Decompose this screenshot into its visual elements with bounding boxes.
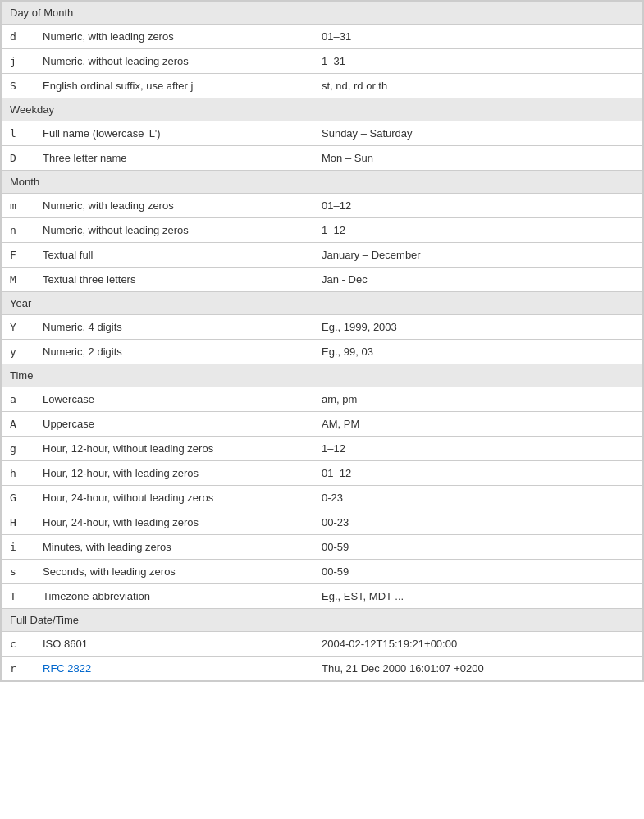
table-row: hHour, 12-hour, with leading zeros01–12 — [2, 461, 643, 486]
format-description: RFC 2822 — [34, 657, 313, 681]
format-example: am, pm — [313, 387, 643, 412]
format-description: Textual three letters — [34, 268, 313, 292]
table-row: AUppercaseAM, PM — [2, 412, 643, 437]
table-row: DThree letter nameMon – Sun — [2, 146, 643, 171]
format-example: 00-23 — [313, 510, 643, 535]
format-description: Hour, 24-hour, without leading zeros — [34, 486, 313, 510]
table-row: GHour, 24-hour, without leading zeros0-2… — [2, 486, 643, 510]
table-row: mNumeric, with leading zeros01–12 — [2, 194, 643, 218]
table-row: YNumeric, 4 digitsEg., 1999, 2003 — [2, 315, 643, 340]
format-description: Minutes, with leading zeros — [34, 535, 313, 560]
format-description: Lowercase — [34, 387, 313, 412]
format-code: a — [2, 387, 34, 412]
format-description: Hour, 12-hour, with leading zeros — [34, 461, 313, 486]
format-code: r — [2, 657, 34, 681]
table-row: yNumeric, 2 digitsEg., 99, 03 — [2, 340, 643, 364]
format-code: T — [2, 584, 34, 609]
format-example: 0-23 — [313, 486, 643, 510]
format-description: Textual full — [34, 243, 313, 268]
format-code: M — [2, 268, 34, 292]
section-header: Time — [2, 364, 643, 387]
format-example: 01–12 — [313, 461, 643, 486]
format-code: s — [2, 560, 34, 584]
format-description: Numeric, without leading zeros — [34, 49, 313, 74]
table-row: sSeconds, with leading zeros00-59 — [2, 560, 643, 584]
format-example: Eg., EST, MDT ... — [313, 584, 643, 609]
format-description: Full name (lowercase 'L') — [34, 121, 313, 146]
format-description: ISO 8601 — [34, 632, 313, 657]
table-row: HHour, 24-hour, with leading zeros00-23 — [2, 510, 643, 535]
format-description: Timezone abbreviation — [34, 584, 313, 609]
format-example: 01–31 — [313, 25, 643, 49]
format-example: st, nd, rd or th — [313, 74, 643, 98]
table-row: aLowercaseam, pm — [2, 387, 643, 412]
table-row: iMinutes, with leading zeros00-59 — [2, 535, 643, 560]
format-code: H — [2, 510, 34, 535]
format-example: 2004-02-12T15:19:21+00:00 — [313, 632, 643, 657]
section-header-label: Year — [2, 292, 643, 315]
table-row: gHour, 12-hour, without leading zeros1–1… — [2, 437, 643, 461]
format-code: F — [2, 243, 34, 268]
table-row: nNumeric, without leading zeros1–12 — [2, 218, 643, 243]
section-header: Year — [2, 292, 643, 315]
format-description: Three letter name — [34, 146, 313, 171]
format-description: Numeric, without leading zeros — [34, 218, 313, 243]
format-code: G — [2, 486, 34, 510]
format-example: Sunday – Saturday — [313, 121, 643, 146]
format-code: m — [2, 194, 34, 218]
section-header: Full Date/Time — [2, 609, 643, 632]
format-description: Numeric, with leading zeros — [34, 194, 313, 218]
format-example: January – December — [313, 243, 643, 268]
format-example: Eg., 99, 03 — [313, 340, 643, 364]
table-row: rRFC 2822Thu, 21 Dec 2000 16:01:07 +0200 — [2, 657, 643, 681]
format-code: c — [2, 632, 34, 657]
format-code: h — [2, 461, 34, 486]
section-header: Weekday — [2, 98, 643, 121]
table-row: dNumeric, with leading zeros01–31 — [2, 25, 643, 49]
table-row: FTextual fullJanuary – December — [2, 243, 643, 268]
format-code: g — [2, 437, 34, 461]
format-example: Eg., 1999, 2003 — [313, 315, 643, 340]
section-header-label: Full Date/Time — [2, 609, 643, 632]
format-description: Numeric, with leading zeros — [34, 25, 313, 49]
format-example: 00-59 — [313, 535, 643, 560]
format-code: S — [2, 74, 34, 98]
format-code: d — [2, 25, 34, 49]
format-example: 1–12 — [313, 218, 643, 243]
format-description: Seconds, with leading zeros — [34, 560, 313, 584]
section-header-label: Day of Month — [2, 2, 643, 25]
table-row: lFull name (lowercase 'L')Sunday – Satur… — [2, 121, 643, 146]
section-header: Day of Month — [2, 2, 643, 25]
section-header: Month — [2, 171, 643, 194]
rfc-link[interactable]: RFC 2822 — [43, 662, 91, 675]
format-example: 00-59 — [313, 560, 643, 584]
table-row: cISO 86012004-02-12T15:19:21+00:00 — [2, 632, 643, 657]
format-description: Hour, 24-hour, with leading zeros — [34, 510, 313, 535]
format-example: Thu, 21 Dec 2000 16:01:07 +0200 — [313, 657, 643, 681]
format-code: l — [2, 121, 34, 146]
format-example: Mon – Sun — [313, 146, 643, 171]
format-example: AM, PM — [313, 412, 643, 437]
format-example: 1–31 — [313, 49, 643, 74]
table-row: MTextual three lettersJan - Dec — [2, 268, 643, 292]
format-description: Numeric, 2 digits — [34, 340, 313, 364]
format-description: Numeric, 4 digits — [34, 315, 313, 340]
table-row: TTimezone abbreviationEg., EST, MDT ... — [2, 584, 643, 609]
format-code: n — [2, 218, 34, 243]
section-header-label: Month — [2, 171, 643, 194]
format-description: English ordinal suffix, use after j — [34, 74, 313, 98]
date-format-reference-table: Day of MonthdNumeric, with leading zeros… — [0, 0, 644, 682]
section-header-label: Weekday — [2, 98, 643, 121]
format-code: y — [2, 340, 34, 364]
format-code: D — [2, 146, 34, 171]
format-example: 01–12 — [313, 194, 643, 218]
format-code: Y — [2, 315, 34, 340]
format-example: 1–12 — [313, 437, 643, 461]
format-code: i — [2, 535, 34, 560]
format-description: Hour, 12-hour, without leading zeros — [34, 437, 313, 461]
table-row: jNumeric, without leading zeros1–31 — [2, 49, 643, 74]
table-row: SEnglish ordinal suffix, use after jst, … — [2, 74, 643, 98]
section-header-label: Time — [2, 364, 643, 387]
format-code: A — [2, 412, 34, 437]
format-code: j — [2, 49, 34, 74]
